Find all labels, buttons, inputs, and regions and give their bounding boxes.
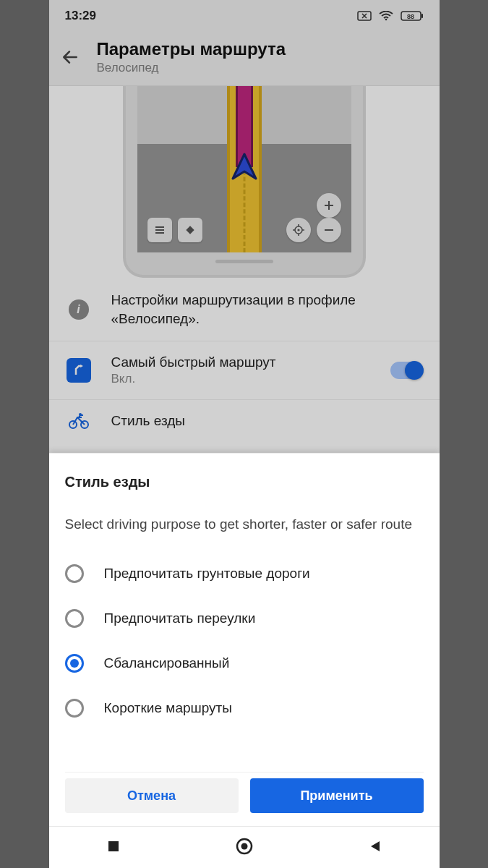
dialog-options: Предпочитать грунтовые дороги Предпочита…	[65, 551, 424, 772]
radio-icon	[65, 699, 84, 718]
option-balanced[interactable]: Сбалансированный	[65, 641, 424, 686]
dialog-actions: Отмена Применить	[65, 772, 424, 826]
dialog-title: Стиль езды	[65, 474, 424, 490]
driving-style-dialog: Стиль езды Select driving purpose to get…	[49, 453, 440, 826]
svg-point-13	[241, 843, 247, 849]
circle-icon	[235, 837, 254, 856]
nav-recent-button[interactable]	[106, 839, 121, 856]
option-label: Предпочитать грунтовые дороги	[104, 566, 310, 582]
radio-icon	[65, 564, 84, 583]
radio-icon	[65, 654, 84, 673]
square-icon	[106, 839, 121, 854]
cancel-button[interactable]: Отмена	[65, 778, 239, 813]
option-short[interactable]: Короткие маршруты	[65, 686, 424, 731]
radio-icon	[65, 609, 84, 628]
dialog-description: Select driving purpose to get shorter, f…	[65, 515, 424, 534]
option-byways[interactable]: Предпочитать переулки	[65, 596, 424, 641]
triangle-left-icon	[368, 839, 382, 854]
option-label: Короткие маршруты	[104, 700, 232, 716]
option-label: Предпочитать переулки	[104, 610, 256, 626]
option-unpaved[interactable]: Предпочитать грунтовые дороги	[65, 551, 424, 596]
nav-home-button[interactable]	[235, 837, 254, 859]
svg-rect-11	[108, 841, 119, 851]
apply-button[interactable]: Применить	[250, 778, 424, 813]
screen: 13:29 88 Параметры маршрута Велосипед	[49, 0, 440, 868]
nav-back-button[interactable]	[368, 839, 382, 856]
system-navbar	[49, 826, 440, 868]
option-label: Сбалансированный	[104, 655, 230, 671]
